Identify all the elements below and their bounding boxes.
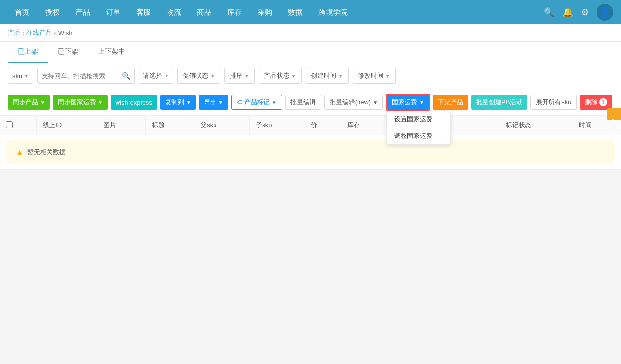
sort-caret: ▼ [244, 73, 249, 79]
breadcrumb: 产品 › 在线产品 › Wish [0, 24, 621, 42]
store-select[interactable]: 请选择 ▼ [139, 68, 173, 84]
save-sidebar-button[interactable]: 保 [607, 108, 621, 120]
batch-edit-button[interactable]: 批量编辑 [285, 95, 321, 110]
warning-icon: ▲ [16, 148, 24, 157]
tab-in-progress[interactable]: 上下架中 [88, 42, 135, 63]
breadcrumb-sep1: › [23, 29, 24, 37]
nav-logistics[interactable]: 物流 [160, 5, 188, 20]
promo-status-filter[interactable]: 促销状态 ▼ [177, 68, 220, 84]
empty-row: ▲ 暂无相关数据 [0, 135, 621, 170]
breadcrumb-sep2: › [54, 29, 56, 37]
nav-order[interactable]: 订单 [99, 5, 127, 20]
country-shipping-dropdown: 国家运费 ▼ 设置国家运费 调整国家运费 [386, 94, 430, 111]
wish-express-button[interactable]: wish express [111, 95, 157, 110]
tabs-bar: 已上架 已下架 上下架中 [0, 42, 621, 63]
breadcrumb-product[interactable]: 产品 [8, 28, 21, 37]
copy-to-button[interactable]: 复制到 ▼ [160, 95, 196, 110]
empty-state: ▲ 暂无相关数据 [6, 140, 615, 164]
empty-text: 暂无相关数据 [27, 148, 66, 157]
sort-label: 排序 [230, 71, 242, 80]
create-time-caret: ▼ [338, 73, 343, 79]
th-checkbox [0, 116, 37, 135]
tab-delisted[interactable]: 已下架 [48, 42, 88, 63]
top-navigation: 首页 授权 产品 订单 客服 物流 商品 库存 采购 数据 跨境学院 🔍 🔔 ⚙… [0, 0, 621, 24]
search-icon[interactable]: 🔍 [544, 7, 554, 18]
nav-product[interactable]: 产品 [69, 5, 97, 20]
sync-shipping-dropdown: 同步国家运费 ▼ [53, 95, 108, 110]
country-shipping-button[interactable]: 国家运费 ▼ [387, 95, 429, 110]
product-status-filter[interactable]: 产品状态 ▼ [259, 68, 302, 84]
th-online-id: 线上ID [37, 116, 97, 135]
promo-status-label: 促销状态 [183, 71, 208, 80]
delete-button[interactable]: 删除 1 [580, 95, 612, 110]
create-time-filter[interactable]: 创建时间 ▼ [306, 68, 349, 84]
store-select-caret: ▼ [164, 73, 169, 79]
nav-auth[interactable]: 授权 [38, 5, 67, 20]
nav-home[interactable]: 首页 [8, 5, 36, 20]
modify-time-filter[interactable]: 修改时间 ▼ [353, 68, 396, 84]
modify-time-label: 修改时间 [358, 71, 383, 80]
sort-filter[interactable]: 排序 ▼ [224, 68, 255, 84]
bell-icon[interactable]: 🔔 [562, 7, 573, 18]
settings-icon[interactable]: ⚙ [581, 7, 589, 18]
th-inventory: 库存 [341, 116, 389, 135]
export-button[interactable]: 导出 ▼ [199, 95, 228, 110]
batch-edit-new-caret: ▼ [373, 100, 378, 105]
create-time-label: 创建时间 [311, 71, 336, 80]
batch-pb-button[interactable]: 批量创建PB活动 [471, 95, 527, 110]
store-select-label: 请选择 [143, 71, 162, 80]
select-all-checkbox[interactable] [6, 121, 13, 128]
sku-filter-label: sku [12, 72, 22, 80]
nav-items: 首页 授权 产品 订单 客服 物流 商品 库存 采购 数据 跨境学院 [8, 5, 544, 20]
product-status-label: 产品状态 [264, 71, 289, 80]
adjust-shipping-item[interactable]: 调整国家运费 [387, 128, 450, 144]
nav-purchase[interactable]: 采购 [251, 5, 279, 20]
show-all-sku-button[interactable]: 展开所有sku [530, 95, 576, 110]
country-shipping-caret: ▼ [419, 100, 424, 105]
set-shipping-item[interactable]: 设置国家运费 [387, 111, 450, 128]
country-shipping-menu: 设置国家运费 调整国家运费 [387, 111, 451, 145]
batch-edit-new-dropdown: 批量编辑(new) ▼ [324, 95, 383, 110]
sync-shipping-caret: ▼ [98, 100, 103, 105]
nav-inventory[interactable]: 库存 [220, 5, 249, 20]
nav-icon-group: 🔍 🔔 ⚙ 👤 [544, 4, 613, 21]
sync-product-button[interactable]: 同步产品 ▼ [8, 95, 50, 110]
filter-bar: sku ▼ 🔍 请选择 ▼ 促销状态 ▼ 排序 ▼ 产品状态 ▼ 创建时间 ▼ … [0, 63, 621, 89]
sync-product-dropdown: 同步产品 ▼ [8, 95, 50, 110]
breadcrumb-current: Wish [58, 29, 72, 37]
search-input[interactable] [42, 72, 120, 80]
nav-data[interactable]: 数据 [281, 5, 310, 20]
th-price: 价 [305, 116, 341, 135]
empty-cell: ▲ 暂无相关数据 [0, 135, 621, 170]
delete-count-badge: 1 [599, 98, 607, 106]
tab-listed[interactable]: 已上架 [8, 42, 48, 63]
export-dropdown: 导出 ▼ [199, 95, 228, 110]
sync-shipping-button[interactable]: 同步国家运费 ▼ [53, 95, 108, 110]
main-content: 已上架 已下架 上下架中 sku ▼ 🔍 请选择 ▼ 促销状态 ▼ 排序 ▼ 产… [0, 42, 621, 170]
product-tag-button[interactable]: 🏷 产品标记 ▼ [231, 95, 282, 110]
copy-to-caret: ▼ [186, 100, 191, 105]
product-tag-caret: ▼ [272, 100, 277, 105]
copy-to-dropdown: 复制到 ▼ [160, 95, 196, 110]
nav-academy[interactable]: 跨境学院 [311, 5, 355, 20]
nav-goods[interactable]: 商品 [190, 5, 218, 20]
breadcrumb-online-product[interactable]: 在线产品 [26, 28, 52, 37]
th-parent-sku: 父sku [194, 116, 250, 135]
table-header-row: 线上ID 图片 标题 父sku 子sku 价 库存 已加入退货项目 标记状态 时… [0, 116, 621, 135]
table-container: 线上ID 图片 标题 父sku 子sku 价 库存 已加入退货项目 标记状态 时… [0, 116, 621, 170]
modify-time-caret: ▼ [385, 73, 390, 79]
batch-edit-new-button[interactable]: 批量编辑(new) ▼ [324, 95, 383, 110]
export-caret: ▼ [218, 100, 223, 105]
avatar[interactable]: 👤 [597, 4, 613, 21]
sku-filter-caret: ▼ [24, 73, 29, 79]
th-child-sku: 子sku [250, 116, 305, 135]
take-down-button[interactable]: 下架产品 [433, 95, 468, 110]
sku-filter-select[interactable]: sku ▼ [8, 68, 33, 84]
search-box: 🔍 [37, 68, 135, 84]
search-icon[interactable]: 🔍 [122, 72, 130, 80]
sync-product-caret: ▼ [40, 100, 45, 105]
th-image: 图片 [97, 116, 146, 135]
nav-service[interactable]: 客服 [129, 5, 158, 20]
promo-status-caret: ▼ [210, 73, 215, 79]
product-status-caret: ▼ [291, 73, 296, 79]
